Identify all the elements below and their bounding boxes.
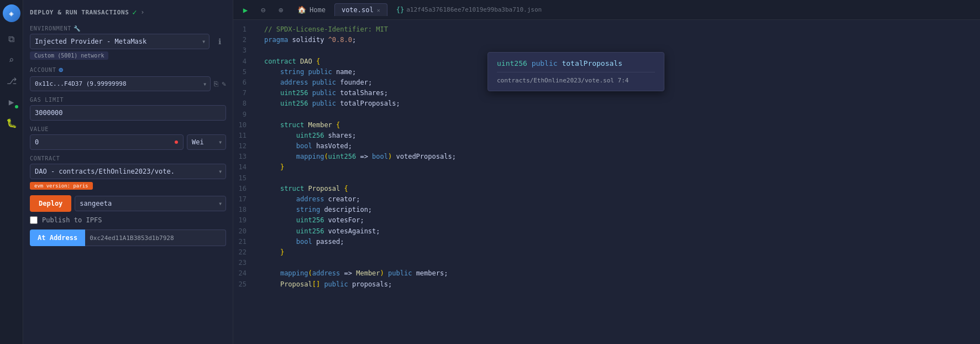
panel-header: DEPLOY & RUN TRANSACTIONS ✓ › — [30, 4, 226, 20]
deploy-button[interactable]: Deploy — [30, 195, 71, 212]
tooltip-path: contracts/EthOnline2023/vote.sol 7:4 — [497, 77, 655, 84]
files-icon[interactable]: ⧉ — [3, 30, 20, 48]
publish-row: Publish to IPFS — [30, 216, 226, 224]
panel-title: DEPLOY & RUN TRANSACTIONS — [30, 9, 129, 16]
tooltip-modifier: public — [532, 59, 558, 67]
evm-badge-wrapper: evm version: paris — [30, 179, 226, 190]
contract-label: CONTRACT — [30, 155, 226, 161]
zoom-out-button[interactable]: ⊖ — [255, 2, 271, 18]
copy-icon[interactable]: ⎘ — [214, 80, 218, 88]
contract-select[interactable]: DAO - contracts/EthOnline2023/vote. — [30, 164, 226, 179]
tooltip-box: uint256 public totalProposals contracts/… — [488, 52, 664, 91]
tooltip-divider — [497, 72, 655, 72]
publish-ipfs-checkbox[interactable] — [30, 216, 38, 224]
app-logo: ◈ — [3, 4, 20, 22]
environment-row: Injected Provider - MetaMask ℹ — [30, 34, 226, 49]
gas-limit-label: GAS LIMIT — [30, 97, 226, 103]
at-address-row: At Address — [30, 230, 226, 246]
value-dot — [175, 140, 178, 144]
unit-select[interactable]: Wei Gwei Ether — [187, 134, 226, 150]
zoom-in-button[interactable]: ⊕ — [273, 2, 289, 18]
top-bar: ▶ ⊖ ⊕ 🏠 Home vote.sol ✕ {} a12f45a376186… — [233, 0, 980, 20]
environment-select-wrapper[interactable]: Injected Provider - MetaMask — [30, 34, 209, 49]
tab-json-label: a12f45a376186ee7e1019e99ba3ba710.json — [406, 6, 542, 13]
debug-icon[interactable]: 🐛 — [3, 114, 20, 132]
home-icon: 🏠 — [297, 6, 306, 14]
account-add-icon[interactable]: ⊕ — [59, 65, 64, 74]
at-address-input[interactable] — [85, 230, 226, 246]
transact-select[interactable]: sangeeta — [75, 196, 226, 211]
play-button[interactable]: ▶ — [238, 2, 253, 18]
git-icon[interactable]: ⎇ — [3, 72, 20, 90]
tab-vote-sol[interactable]: vote.sol ✕ — [334, 3, 387, 16]
arrow-icon: › — [140, 8, 145, 16]
account-select[interactable]: 0x11c...F4D37 (9.99999998 — [30, 76, 211, 91]
deploy-panel: DEPLOY & RUN TRANSACTIONS ✓ › ENVIRONMEN… — [23, 0, 233, 344]
gas-limit-input[interactable] — [30, 105, 226, 121]
value-row: Wei Gwei Ether — [30, 134, 226, 150]
tab-json[interactable]: {} a12f45a376186ee7e1019e99ba3ba710.json — [390, 4, 549, 16]
tooltip-type: uint256 — [497, 59, 527, 67]
environment-label: ENVIRONMENT 🔧 — [30, 25, 226, 32]
code-area: 12345 678910 1112131415 1617181920 21222… — [233, 20, 980, 344]
unit-select-wrapper[interactable]: Wei Gwei Ether — [187, 134, 226, 150]
check-icon: ✓ — [132, 8, 137, 17]
icon-sidebar: ◈ ⧉ ⌕ ⎇ ▶ 🐛 — [0, 0, 23, 344]
json-icon: {} — [396, 6, 404, 14]
deploy-badge — [14, 104, 19, 110]
value-input[interactable] — [30, 134, 184, 150]
line-numbers: 12345 678910 1112131415 1617181920 21222… — [233, 20, 255, 344]
deploy-row: Deploy sangeeta — [30, 195, 226, 212]
environment-select[interactable]: Injected Provider - MetaMask — [30, 34, 209, 49]
value-label: VALUE — [30, 126, 226, 132]
deploy-icon[interactable]: ▶ — [3, 93, 20, 111]
edit-icon[interactable]: ✎ — [222, 80, 226, 88]
contract-select-wrapper[interactable]: DAO - contracts/EthOnline2023/vote. — [30, 164, 226, 179]
tooltip-main: uint256 public totalProposals — [497, 59, 655, 67]
value-input-wrapper — [30, 134, 184, 150]
account-row: 0x11c...F4D37 (9.99999998 ⎘ ✎ — [30, 76, 226, 91]
tooltip-name: totalProposals — [562, 59, 622, 67]
tab-home[interactable]: 🏠 Home — [291, 3, 332, 16]
tab-vote-sol-close[interactable]: ✕ — [377, 7, 380, 13]
publish-ipfs-label: Publish to IPFS — [42, 216, 102, 224]
account-label-row: ACCOUNT ⊕ — [30, 65, 226, 74]
main-content: ▶ ⊖ ⊕ 🏠 Home vote.sol ✕ {} a12f45a376186… — [233, 0, 980, 344]
tab-vote-sol-label: vote.sol — [342, 6, 374, 14]
network-badge: Custom (5001) network — [30, 49, 226, 60]
at-address-button[interactable]: At Address — [30, 230, 85, 246]
tab-home-label: Home — [310, 6, 326, 14]
transact-select-wrapper[interactable]: sangeeta — [75, 196, 226, 211]
account-select-wrapper[interactable]: 0x11c...F4D37 (9.99999998 — [30, 76, 211, 91]
environment-info-btn[interactable]: ℹ — [213, 35, 226, 48]
search-icon[interactable]: ⌕ — [3, 51, 20, 69]
